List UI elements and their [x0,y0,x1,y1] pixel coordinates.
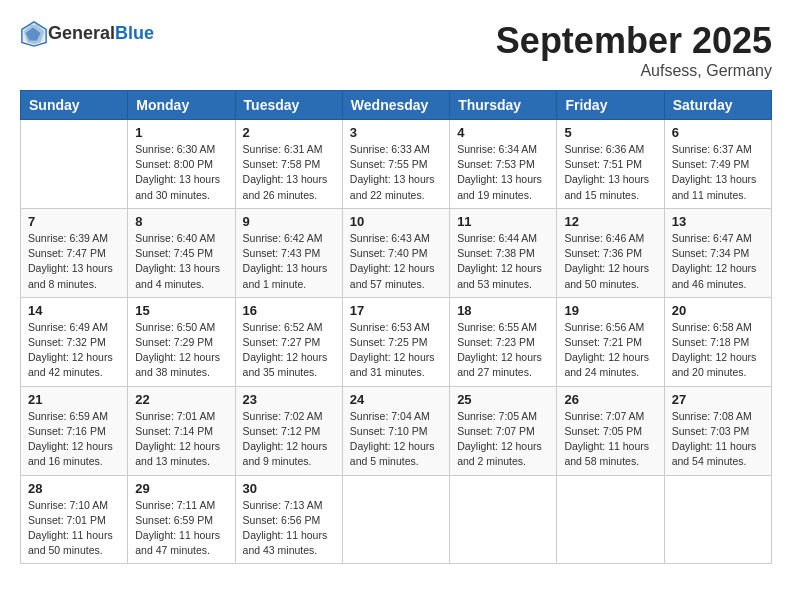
calendar-cell: 17Sunrise: 6:53 AM Sunset: 7:25 PM Dayli… [342,297,449,386]
calendar-cell: 16Sunrise: 6:52 AM Sunset: 7:27 PM Dayli… [235,297,342,386]
logo-icon [20,20,48,48]
day-info: Sunrise: 6:31 AM Sunset: 7:58 PM Dayligh… [243,142,335,203]
day-info: Sunrise: 6:43 AM Sunset: 7:40 PM Dayligh… [350,231,442,292]
day-info: Sunrise: 6:56 AM Sunset: 7:21 PM Dayligh… [564,320,656,381]
day-info: Sunrise: 6:58 AM Sunset: 7:18 PM Dayligh… [672,320,764,381]
day-number: 11 [457,214,549,229]
calendar-cell: 9Sunrise: 6:42 AM Sunset: 7:43 PM Daylig… [235,208,342,297]
day-number: 14 [28,303,120,318]
calendar-week-row: 28Sunrise: 7:10 AM Sunset: 7:01 PM Dayli… [21,475,772,564]
calendar-cell: 6Sunrise: 6:37 AM Sunset: 7:49 PM Daylig… [664,120,771,209]
day-info: Sunrise: 6:46 AM Sunset: 7:36 PM Dayligh… [564,231,656,292]
calendar-cell: 3Sunrise: 6:33 AM Sunset: 7:55 PM Daylig… [342,120,449,209]
calendar-header-row: SundayMondayTuesdayWednesdayThursdayFrid… [21,91,772,120]
day-info: Sunrise: 6:53 AM Sunset: 7:25 PM Dayligh… [350,320,442,381]
day-number: 30 [243,481,335,496]
logo: GeneralBlue [20,20,154,48]
calendar-cell: 18Sunrise: 6:55 AM Sunset: 7:23 PM Dayli… [450,297,557,386]
calendar-cell: 19Sunrise: 6:56 AM Sunset: 7:21 PM Dayli… [557,297,664,386]
weekday-header: Friday [557,91,664,120]
day-info: Sunrise: 6:42 AM Sunset: 7:43 PM Dayligh… [243,231,335,292]
day-info: Sunrise: 6:47 AM Sunset: 7:34 PM Dayligh… [672,231,764,292]
calendar-cell: 26Sunrise: 7:07 AM Sunset: 7:05 PM Dayli… [557,386,664,475]
calendar-cell: 4Sunrise: 6:34 AM Sunset: 7:53 PM Daylig… [450,120,557,209]
day-info: Sunrise: 6:39 AM Sunset: 7:47 PM Dayligh… [28,231,120,292]
calendar-cell: 12Sunrise: 6:46 AM Sunset: 7:36 PM Dayli… [557,208,664,297]
calendar-cell: 13Sunrise: 6:47 AM Sunset: 7:34 PM Dayli… [664,208,771,297]
day-number: 25 [457,392,549,407]
calendar-cell [664,475,771,564]
calendar-cell: 11Sunrise: 6:44 AM Sunset: 7:38 PM Dayli… [450,208,557,297]
calendar-cell: 20Sunrise: 6:58 AM Sunset: 7:18 PM Dayli… [664,297,771,386]
day-info: Sunrise: 6:52 AM Sunset: 7:27 PM Dayligh… [243,320,335,381]
logo-text: GeneralBlue [48,24,154,44]
day-info: Sunrise: 7:13 AM Sunset: 6:56 PM Dayligh… [243,498,335,559]
calendar-cell: 2Sunrise: 6:31 AM Sunset: 7:58 PM Daylig… [235,120,342,209]
day-info: Sunrise: 6:34 AM Sunset: 7:53 PM Dayligh… [457,142,549,203]
calendar-week-row: 21Sunrise: 6:59 AM Sunset: 7:16 PM Dayli… [21,386,772,475]
day-number: 18 [457,303,549,318]
day-info: Sunrise: 6:50 AM Sunset: 7:29 PM Dayligh… [135,320,227,381]
calendar-cell [557,475,664,564]
day-number: 4 [457,125,549,140]
day-number: 19 [564,303,656,318]
title-area: September 2025 Aufsess, Germany [496,20,772,80]
calendar-cell: 14Sunrise: 6:49 AM Sunset: 7:32 PM Dayli… [21,297,128,386]
weekday-header: Saturday [664,91,771,120]
weekday-header: Tuesday [235,91,342,120]
day-number: 2 [243,125,335,140]
calendar-table: SundayMondayTuesdayWednesdayThursdayFrid… [20,90,772,564]
day-info: Sunrise: 7:10 AM Sunset: 7:01 PM Dayligh… [28,498,120,559]
day-info: Sunrise: 6:36 AM Sunset: 7:51 PM Dayligh… [564,142,656,203]
calendar-cell [342,475,449,564]
calendar-cell: 5Sunrise: 6:36 AM Sunset: 7:51 PM Daylig… [557,120,664,209]
calendar-cell: 29Sunrise: 7:11 AM Sunset: 6:59 PM Dayli… [128,475,235,564]
day-info: Sunrise: 7:07 AM Sunset: 7:05 PM Dayligh… [564,409,656,470]
day-info: Sunrise: 6:49 AM Sunset: 7:32 PM Dayligh… [28,320,120,381]
day-number: 27 [672,392,764,407]
calendar-cell: 10Sunrise: 6:43 AM Sunset: 7:40 PM Dayli… [342,208,449,297]
calendar-cell: 21Sunrise: 6:59 AM Sunset: 7:16 PM Dayli… [21,386,128,475]
calendar-cell: 15Sunrise: 6:50 AM Sunset: 7:29 PM Dayli… [128,297,235,386]
weekday-header: Thursday [450,91,557,120]
day-number: 8 [135,214,227,229]
day-info: Sunrise: 7:05 AM Sunset: 7:07 PM Dayligh… [457,409,549,470]
day-number: 9 [243,214,335,229]
day-info: Sunrise: 6:55 AM Sunset: 7:23 PM Dayligh… [457,320,549,381]
day-info: Sunrise: 7:11 AM Sunset: 6:59 PM Dayligh… [135,498,227,559]
calendar-cell: 30Sunrise: 7:13 AM Sunset: 6:56 PM Dayli… [235,475,342,564]
day-number: 7 [28,214,120,229]
calendar-week-row: 14Sunrise: 6:49 AM Sunset: 7:32 PM Dayli… [21,297,772,386]
calendar-cell: 7Sunrise: 6:39 AM Sunset: 7:47 PM Daylig… [21,208,128,297]
day-number: 21 [28,392,120,407]
calendar-cell: 24Sunrise: 7:04 AM Sunset: 7:10 PM Dayli… [342,386,449,475]
day-number: 24 [350,392,442,407]
day-number: 29 [135,481,227,496]
day-info: Sunrise: 6:59 AM Sunset: 7:16 PM Dayligh… [28,409,120,470]
day-number: 1 [135,125,227,140]
calendar-cell: 25Sunrise: 7:05 AM Sunset: 7:07 PM Dayli… [450,386,557,475]
day-info: Sunrise: 6:37 AM Sunset: 7:49 PM Dayligh… [672,142,764,203]
day-info: Sunrise: 7:02 AM Sunset: 7:12 PM Dayligh… [243,409,335,470]
day-info: Sunrise: 6:30 AM Sunset: 8:00 PM Dayligh… [135,142,227,203]
calendar-week-row: 7Sunrise: 6:39 AM Sunset: 7:47 PM Daylig… [21,208,772,297]
calendar-cell: 27Sunrise: 7:08 AM Sunset: 7:03 PM Dayli… [664,386,771,475]
day-info: Sunrise: 7:04 AM Sunset: 7:10 PM Dayligh… [350,409,442,470]
day-number: 26 [564,392,656,407]
day-number: 10 [350,214,442,229]
day-number: 5 [564,125,656,140]
day-info: Sunrise: 7:08 AM Sunset: 7:03 PM Dayligh… [672,409,764,470]
page-header: GeneralBlue September 2025 Aufsess, Germ… [20,20,772,80]
day-info: Sunrise: 7:01 AM Sunset: 7:14 PM Dayligh… [135,409,227,470]
day-number: 28 [28,481,120,496]
weekday-header: Sunday [21,91,128,120]
day-number: 3 [350,125,442,140]
weekday-header: Wednesday [342,91,449,120]
calendar-cell [450,475,557,564]
calendar-cell: 23Sunrise: 7:02 AM Sunset: 7:12 PM Dayli… [235,386,342,475]
calendar-cell: 22Sunrise: 7:01 AM Sunset: 7:14 PM Dayli… [128,386,235,475]
calendar-cell: 8Sunrise: 6:40 AM Sunset: 7:45 PM Daylig… [128,208,235,297]
location-title: Aufsess, Germany [496,62,772,80]
calendar-cell [21,120,128,209]
weekday-header: Monday [128,91,235,120]
